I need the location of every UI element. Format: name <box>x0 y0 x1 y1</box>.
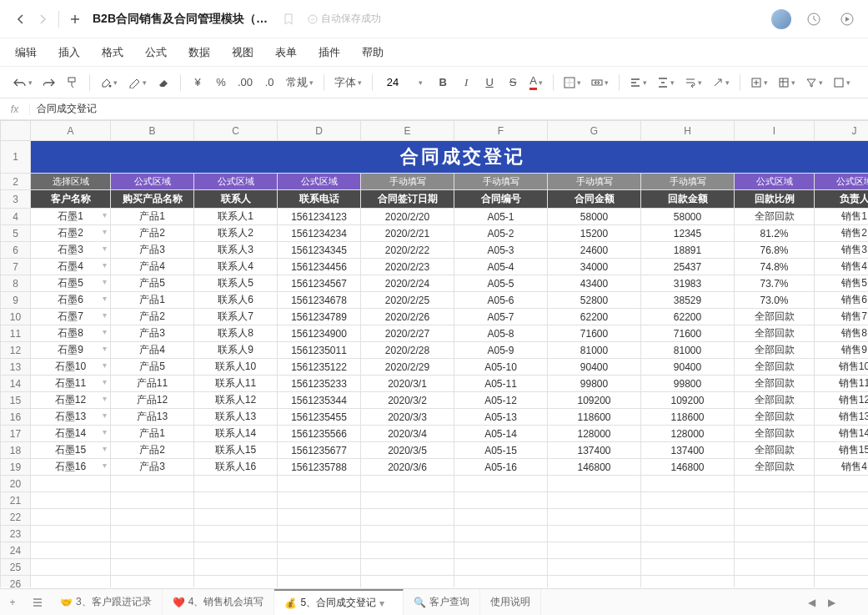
empty-cell[interactable] <box>454 542 548 559</box>
empty-cell[interactable] <box>815 576 869 588</box>
row-header[interactable]: 25 <box>1 559 31 576</box>
empty-cell[interactable] <box>815 542 869 559</box>
italic-button[interactable]: I <box>456 72 476 93</box>
data-cell[interactable]: A05-5 <box>454 275 548 292</box>
data-cell[interactable]: 109200 <box>641 392 735 409</box>
data-cell[interactable]: 石墨4 <box>31 259 111 275</box>
data-cell[interactable]: 销售6 <box>815 292 869 309</box>
font-size-input[interactable] <box>379 72 406 93</box>
empty-cell[interactable] <box>815 526 869 542</box>
menu-plugin[interactable]: 插件 <box>319 45 340 60</box>
data-cell[interactable]: A05-15 <box>454 442 548 459</box>
data-cell[interactable]: 全部回款 <box>735 309 815 325</box>
bookmark-icon[interactable] <box>283 13 294 25</box>
empty-cell[interactable] <box>194 542 278 559</box>
row-header[interactable]: 6 <box>1 242 31 259</box>
back-button[interactable] <box>10 8 32 30</box>
data-cell[interactable]: 销售2 <box>815 225 869 242</box>
doc-title[interactable]: B2B合同销售及合同管理模块（简洁... <box>93 12 276 27</box>
empty-cell[interactable] <box>641 492 735 509</box>
data-cell[interactable]: 2020/2/25 <box>361 292 454 309</box>
data-cell[interactable]: 联系人14 <box>194 426 278 442</box>
data-cell[interactable]: 石墨13 <box>31 409 111 426</box>
menu-view[interactable]: 视图 <box>232 45 253 60</box>
row-header[interactable]: 14 <box>1 376 31 392</box>
empty-cell[interactable] <box>111 509 194 526</box>
data-cell[interactable]: 18891 <box>641 242 735 259</box>
category-cell[interactable]: 公式区域 <box>815 174 869 190</box>
header-cell[interactable]: 回款金额 <box>641 190 735 209</box>
insert-button[interactable]: ▾ <box>747 72 771 93</box>
filter-button[interactable]: ▾ <box>802 72 826 93</box>
format-painter-button[interactable] <box>63 72 83 93</box>
empty-cell[interactable] <box>735 559 815 576</box>
category-cell[interactable]: 手动填写 <box>641 174 735 190</box>
row-header[interactable]: 9 <box>1 292 31 309</box>
empty-cell[interactable] <box>815 492 869 509</box>
data-cell[interactable]: 产品3 <box>111 242 194 259</box>
empty-cell[interactable] <box>641 576 735 588</box>
category-cell[interactable]: 手动填写 <box>454 174 548 190</box>
empty-cell[interactable] <box>31 476 111 492</box>
data-cell[interactable]: 联系人4 <box>194 259 278 275</box>
data-cell[interactable]: 128000 <box>548 426 641 442</box>
strike-button[interactable]: S <box>503 72 523 93</box>
data-cell[interactable]: 全部回款 <box>735 376 815 392</box>
data-cell[interactable]: 产品4 <box>111 342 194 359</box>
empty-cell[interactable] <box>194 559 278 576</box>
data-cell[interactable]: 81000 <box>548 342 641 359</box>
empty-cell[interactable] <box>111 492 194 509</box>
data-cell[interactable]: 石墨9 <box>31 342 111 359</box>
data-cell[interactable]: 销售12 <box>815 392 869 409</box>
undo-button[interactable]: ▾ <box>10 72 36 93</box>
empty-cell[interactable] <box>111 559 194 576</box>
data-cell[interactable]: 石墨15 <box>31 442 111 459</box>
data-cell[interactable]: A05-3 <box>454 242 548 259</box>
fx-label[interactable]: fx <box>0 103 30 115</box>
data-cell[interactable]: 联系人10 <box>194 359 278 376</box>
empty-cell[interactable] <box>735 509 815 526</box>
empty-cell[interactable] <box>194 576 278 588</box>
percent-button[interactable]: % <box>211 72 231 93</box>
empty-cell[interactable] <box>278 509 361 526</box>
empty-cell[interactable] <box>454 509 548 526</box>
data-cell[interactable]: 146800 <box>548 459 641 476</box>
data-cell[interactable]: A05-6 <box>454 292 548 309</box>
menu-edit[interactable]: 编辑 <box>15 45 37 60</box>
empty-cell[interactable] <box>278 576 361 588</box>
empty-cell[interactable] <box>815 476 869 492</box>
data-cell[interactable]: 联系人11 <box>194 376 278 392</box>
data-cell[interactable]: 90400 <box>641 359 735 376</box>
data-cell[interactable]: 62200 <box>641 309 735 325</box>
data-cell[interactable]: 销售7 <box>815 309 869 325</box>
empty-cell[interactable] <box>278 476 361 492</box>
data-cell[interactable]: 石墨3 <box>31 242 111 259</box>
currency-button[interactable]: ¥ <box>188 72 208 93</box>
data-cell[interactable]: 2020/2/26 <box>361 309 454 325</box>
sheet-tab[interactable]: 🤝3、客户跟进记录 <box>50 589 163 616</box>
data-cell[interactable]: 2020/2/20 <box>361 209 454 225</box>
data-cell[interactable]: 联系人15 <box>194 442 278 459</box>
data-cell[interactable]: A05-10 <box>454 359 548 376</box>
data-cell[interactable]: A05-1 <box>454 209 548 225</box>
empty-cell[interactable] <box>548 476 641 492</box>
data-cell[interactable]: 2020/3/2 <box>361 392 454 409</box>
eraser-button[interactable] <box>153 72 173 93</box>
font-select[interactable]: 字体▾ <box>331 72 365 93</box>
data-cell[interactable]: A05-4 <box>454 259 548 275</box>
header-cell[interactable]: 联系电话 <box>278 190 361 209</box>
data-cell[interactable]: A05-16 <box>454 459 548 476</box>
row-header[interactable]: 17 <box>1 426 31 442</box>
empty-cell[interactable] <box>31 492 111 509</box>
empty-cell[interactable] <box>641 526 735 542</box>
data-cell[interactable]: 52800 <box>548 292 641 309</box>
col-header[interactable]: D <box>278 121 361 141</box>
data-cell[interactable]: 137400 <box>641 442 735 459</box>
row-header[interactable]: 4 <box>1 209 31 225</box>
empty-cell[interactable] <box>111 576 194 588</box>
decimal-dec-button[interactable]: .0 <box>259 72 279 93</box>
empty-cell[interactable] <box>278 559 361 576</box>
data-cell[interactable]: 产品1 <box>111 292 194 309</box>
data-cell[interactable]: 全部回款 <box>735 359 815 376</box>
data-cell[interactable]: 销售4 <box>815 259 869 275</box>
